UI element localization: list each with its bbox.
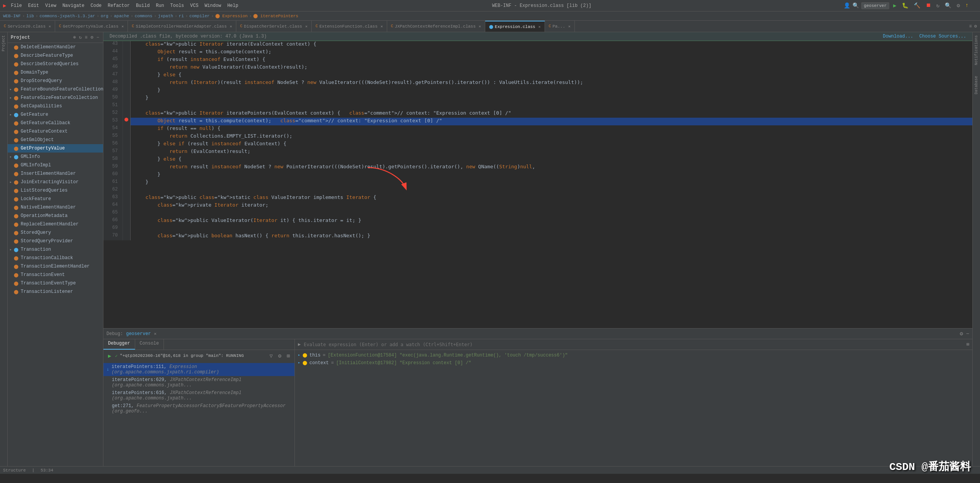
tab-expression[interactable]: ⬤ Expression.class ✕ [485, 21, 545, 32]
breadcrumb-apache[interactable]: apache [114, 14, 129, 18]
download-link[interactable]: Download... [883, 34, 913, 39]
title-bar-menu-help[interactable]: Help [226, 3, 240, 8]
line-code[interactable]: class="kw">public Iterator iteratePointe… [130, 110, 972, 118]
title-bar-menu-build[interactable]: Build [134, 3, 151, 8]
tree-item-transaction[interactable]: ▸ ⬤ Transaction [8, 245, 103, 254]
tree-item-domaintype[interactable]: ⬤ DomainType [8, 68, 103, 77]
tree-item-storedquery[interactable]: ⬤ StoredQuery [8, 228, 103, 237]
run-btn[interactable]: ▶ [892, 2, 898, 9]
title-bar-menu-edit[interactable]: Edit [26, 3, 41, 8]
settings-icon[interactable]: ⚙ [955, 2, 961, 9]
line-code[interactable] [130, 210, 972, 217]
tree-item-gmlinfoimpl[interactable]: ⬤ GMLInfoImpl [8, 161, 103, 169]
sidebar-collapse-btn[interactable]: ≡ [84, 34, 88, 41]
line-code[interactable]: Object result = this.compute(context); c… [130, 118, 972, 125]
tree-item-nativeelementhandler[interactable]: ⬤ NativeElementHandler [8, 203, 103, 212]
tree-item-transactioneventtype[interactable]: ⬤ TransactionEventType [8, 279, 103, 288]
tab-close-jxpath[interactable]: ✕ [479, 24, 481, 29]
tree-item-deleteelementhandler[interactable]: ⬤ DeleteElementHandler [8, 43, 103, 51]
title-bar-menu-run[interactable]: Run [154, 3, 166, 8]
breadcrumb-expression[interactable]: ⬤ Expression [215, 13, 248, 18]
line-code[interactable]: } else if (result instanceof EvalContext… [130, 141, 972, 148]
choose-sources-link[interactable]: Choose Sources... [919, 34, 966, 39]
tab-getpropertyvalue[interactable]: C GetPropertyValue.class ✕ [55, 21, 128, 32]
tree-item-transactionevent[interactable]: ⬤ TransactionEvent [8, 271, 103, 279]
title-bar-menu-navigate[interactable]: Navigate [61, 3, 86, 8]
tree-item-getfeaturecontext[interactable]: ⬤ GetFeatureContext [8, 127, 103, 136]
tab-close-pa[interactable]: ✕ [568, 24, 571, 29]
line-code[interactable]: } [130, 87, 972, 95]
database-icon[interactable]: Database [974, 76, 978, 94]
title-bar-menu-tools[interactable]: Tools [169, 3, 186, 8]
code-editor[interactable]: 43 class="kw">public Iterator iterate(Ev… [103, 41, 972, 328]
line-code[interactable]: class="kw">public class="kw">static clas… [130, 194, 972, 202]
tree-item-describefeaturetype[interactable]: ⬤ DescribeFeatureType [8, 51, 103, 60]
breakpoint-dot[interactable] [124, 118, 128, 122]
line-code[interactable]: return (EvalContext)result; [130, 148, 972, 156]
tab-pa[interactable]: C Pa... ✕ [545, 21, 575, 32]
tab-console[interactable]: Console [135, 339, 164, 350]
tree-item-getcapabilities[interactable]: ⬤ GetCapabilities [8, 102, 103, 110]
tree-item-getpropertyvalue[interactable]: ⬤ GetPropertyValue [8, 144, 103, 153]
line-code[interactable]: } [130, 179, 972, 187]
tree-item-getgmlobject[interactable]: ⬤ GetGmlObject [8, 136, 103, 144]
debug-server[interactable]: geoserver [126, 331, 151, 337]
settings-debug-btn[interactable]: ⚙ [276, 352, 283, 360]
tree-item-liststoredqueries[interactable]: ⬤ ListStoredQueries [8, 186, 103, 195]
breadcrumb-jar[interactable]: commons-jxpath-1.3.jar [39, 14, 95, 18]
tab-dispatcherservlet[interactable]: C DispatcherServlet.class ✕ [236, 21, 312, 32]
breadcrumb-org[interactable]: org [101, 14, 108, 18]
line-code[interactable]: return new ValueIterator((EvalContext)re… [130, 64, 972, 72]
line-code[interactable]: } else { [130, 72, 972, 79]
tree-item-dropstoredquery[interactable]: ⬤ DropStoredQuery [8, 77, 103, 85]
search-btn[interactable]: 🔍 [943, 2, 953, 9]
tab-extensionfunction[interactable]: C ExtensionFunction.class ✕ [312, 21, 387, 32]
sidebar-add-btn[interactable]: ⊕ [72, 34, 77, 41]
tabs-overflow-btn[interactable]: ≡ [969, 24, 972, 29]
tree-item-featuresize[interactable]: ▸ ⬤ FeatureSizeFeatureCollection [8, 94, 103, 102]
server-dropdown[interactable]: geoserver [861, 2, 889, 9]
line-code[interactable]: } [130, 95, 972, 102]
tree-item-featurebounds[interactable]: ▸ ⬤ FeatureBoundsFeatureCollection [8, 85, 103, 94]
notifications-icon[interactable]: Notifications [974, 35, 978, 65]
user-icon[interactable]: 👤 [844, 2, 850, 9]
title-bar-menu-view[interactable]: View [44, 3, 58, 8]
reload-btn[interactable]: ↻ [935, 2, 941, 9]
tabs-settings-btn[interactable]: ⚙ [974, 23, 977, 29]
line-code[interactable]: class="kw">public Iterator iterate(EvalC… [130, 41, 972, 49]
tab-close-extension[interactable]: ✕ [381, 24, 383, 29]
line-code[interactable]: if (result == null) { [130, 125, 972, 133]
tree-item-getfeaturecallback[interactable]: ⬤ GetFeatureCallback [8, 119, 103, 127]
line-code[interactable] [130, 187, 972, 194]
breadcrumb-jxpath[interactable]: jxpath [158, 14, 173, 18]
stack-frame-3[interactable]: get:271, FeaturePropertyAccessorFactory$… [103, 402, 294, 415]
title-bar-menu-file[interactable]: File [9, 3, 23, 8]
tree-item-transactionelementhandler[interactable]: ⬤ TransactionElementHandler [8, 262, 103, 271]
var-this[interactable]: ▸ ⬤ this = [ExtensionFunction@17584] "ex… [295, 352, 972, 359]
project-tool-icon[interactable]: Project [2, 35, 6, 51]
line-code[interactable]: Object result = this.compute(context); [130, 49, 972, 56]
line-code[interactable]: } [130, 171, 972, 179]
tree-item-gmlinfo[interactable]: ▸ ⬤ GMLInfo [8, 153, 103, 161]
tree-item-storedqueryprovider[interactable]: ⬤ StoredQueryProvider [8, 237, 103, 245]
sidebar-sync-btn[interactable]: ↻ [78, 34, 82, 41]
tree-item-replaceelementhandler[interactable]: ⬤ ReplaceElementHandler [8, 220, 103, 228]
tab-simplecontroller[interactable]: C SimpleControllerHandlerAdapter.class ✕ [128, 21, 236, 32]
line-code[interactable]: class="kw">private Iterator iterator; [130, 202, 972, 210]
line-code[interactable]: if (result instanceof EvalContext) { [130, 56, 972, 64]
breadcrumb-ri[interactable]: ri [179, 14, 184, 18]
breadcrumb-compiler[interactable]: compiler [190, 14, 210, 18]
tab-close-dispatcher[interactable]: ✕ [305, 24, 308, 29]
title-bar-menu-vcs[interactable]: VCS [189, 3, 200, 8]
sidebar-hide-btn[interactable]: − [96, 34, 100, 41]
build-btn[interactable]: 🔨 [912, 2, 922, 9]
line-code[interactable] [130, 102, 972, 110]
tab-service20[interactable]: C Service20.class ✕ [0, 21, 55, 32]
updates-icon[interactable]: ↑ [964, 2, 970, 9]
stack-frame-0[interactable]: ↓ iteratePointers:111, Expression (org.a… [103, 363, 294, 376]
tab-debugger[interactable]: Debugger [103, 339, 135, 350]
status-structure[interactable]: Structure [3, 468, 26, 473]
tree-item-lockfeature[interactable]: ⬤ LockFeature [8, 195, 103, 203]
tree-item-joinextractingvisitor[interactable]: ▸ ⬤ JoinExtractingVisitor [8, 178, 103, 186]
sidebar-settings-btn[interactable]: ⚙ [90, 34, 94, 41]
